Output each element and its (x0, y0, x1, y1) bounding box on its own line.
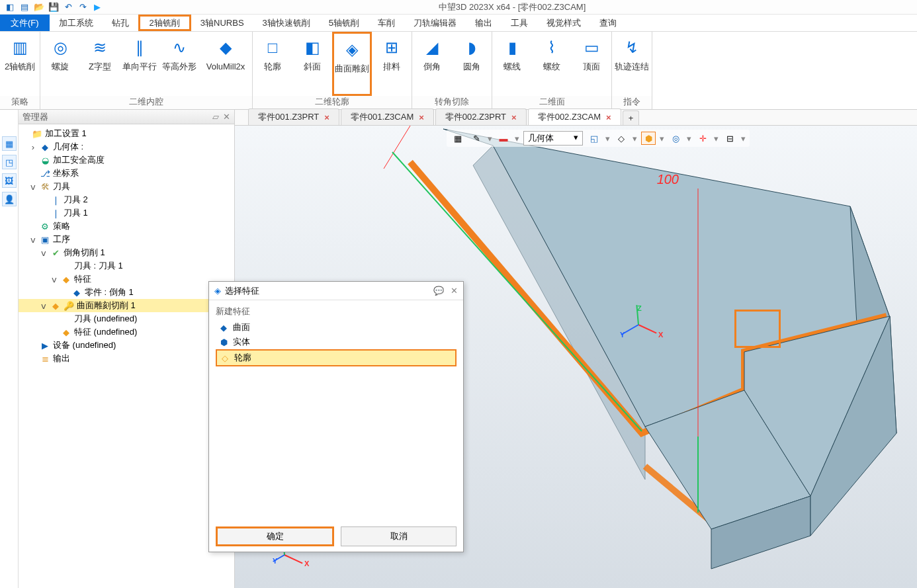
close-icon[interactable]: × (511, 112, 517, 122)
redo-icon[interactable]: ↷ (77, 1, 89, 13)
open-icon[interactable]: 📂 (33, 1, 45, 13)
target-icon[interactable]: ◎ (668, 132, 683, 145)
menu-tab-10[interactable]: 视觉样式 (537, 15, 590, 31)
ribbon-btn-二维内腔-3[interactable]: ∿等高外形 (159, 32, 199, 96)
user-icon[interactable]: 👤 (2, 192, 17, 206)
cancel-button[interactable]: 取消 (341, 526, 457, 546)
wire-icon[interactable]: ◇ (614, 132, 629, 145)
menu-tab-1[interactable]: 钻孔 (103, 15, 138, 31)
ribbon-btn-二维面-1[interactable]: ⌇螺纹 (532, 32, 572, 96)
tree-item-3[interactable]: ⎇坐标系 (19, 167, 234, 180)
tree-item-17[interactable]: ≣输出 (19, 352, 234, 365)
ribbon-btn-二维内腔-1[interactable]: ≋Z字型 (80, 32, 120, 96)
app-icon[interactable]: ◧ (4, 1, 16, 13)
tree-item-6[interactable]: ❘刀具 1 (19, 206, 234, 220)
pen-icon[interactable]: ✎ (469, 132, 484, 145)
tree-item-13[interactable]: ⅴ◆🔑曲面雕刻切削 1 (19, 299, 234, 312)
ribbon-btn-二维轮廓-3[interactable]: ⊞排料 (372, 32, 412, 96)
float-icon[interactable]: ▱ (212, 112, 219, 122)
save-icon[interactable]: 💾 (48, 1, 60, 13)
tree-item-0[interactable]: 📁加工设置 1 (19, 127, 234, 140)
menu-tab-3[interactable]: 3轴NURBS (191, 15, 253, 31)
grid-icon[interactable]: ▦ (451, 132, 465, 145)
tree-item-2[interactable]: ◒加工安全高度 (19, 153, 234, 167)
doc-tab-2[interactable]: 零件002.Z3PRT× (435, 108, 527, 125)
doc-tab-0[interactable]: 零件001.Z3PRT× (248, 108, 339, 125)
undo-icon[interactable]: ↶ (62, 1, 74, 13)
tree-item-16[interactable]: ▶设备 (undefined) (19, 339, 234, 352)
box-blue-icon[interactable]: ◱ (587, 132, 601, 145)
tree-twisty-icon[interactable]: ⅴ (40, 301, 48, 311)
tree-node-label: 加工设置 1 (45, 128, 87, 140)
ribbon-btn-二维内腔-2[interactable]: ∥单向平行 (120, 32, 159, 96)
close-icon[interactable]: × (324, 112, 329, 122)
section-icon[interactable]: ⊟ (722, 132, 737, 145)
ribbon-btn-二维面-2[interactable]: ▭顶面 (572, 32, 611, 96)
曲面雕刻-icon: ◈ (340, 38, 364, 62)
menu-tab-8[interactable]: 输出 (466, 15, 502, 31)
menu-tab-6[interactable]: 车削 (369, 15, 404, 31)
排料-icon: ⊞ (380, 36, 404, 60)
tree-item-1[interactable]: ›◆几何体 : (19, 140, 234, 153)
palette-icon[interactable]: ▦ (2, 136, 17, 151)
tree-twisty-icon[interactable]: ⅴ (29, 235, 37, 245)
tree-item-5[interactable]: ❘刀具 2 (19, 193, 234, 206)
dialog-help-icon[interactable]: 💬 (433, 286, 444, 296)
menu-tab-9[interactable]: 工具 (502, 15, 537, 31)
tree-item-10[interactable]: 刀具 : 刀具 1 (19, 259, 234, 273)
filter-select[interactable]: 几何体▾ (523, 131, 583, 146)
ribbon-btn-二维面-0[interactable]: ▮螺线 (492, 32, 532, 96)
crosshair-icon[interactable]: ✛ (695, 132, 710, 145)
menu-tab-4[interactable]: 3轴快速铣削 (253, 15, 320, 31)
feature-item-0[interactable]: ◆曲面 (216, 320, 457, 335)
tree-item-4[interactable]: ⅴ🛠刀具 (19, 180, 234, 193)
ribbon-btn-策略-0[interactable]: ▥2轴铣削 (0, 32, 40, 96)
ok-button[interactable]: 确定 (216, 526, 334, 546)
tree-twisty-icon[interactable]: ⅴ (40, 248, 48, 258)
doc-tab-1[interactable]: 零件001.Z3CAM× (341, 108, 434, 125)
tree-item-12[interactable]: ◆零件 : 倒角 1 (19, 286, 234, 299)
ribbon-btn-二维内腔-0[interactable]: ◎螺旋 (40, 32, 80, 96)
close-icon[interactable]: × (419, 112, 424, 122)
run-icon[interactable]: ▶ (91, 1, 103, 13)
tree-item-7[interactable]: ⚙策略 (19, 220, 234, 233)
dimension-annotation: 100 (657, 172, 679, 187)
close-icon[interactable]: ✕ (223, 112, 230, 122)
ribbon-btn-二维轮廓-0[interactable]: □轮廓 (253, 32, 292, 96)
image-icon[interactable]: 🖼 (2, 173, 17, 188)
dialog-close-icon[interactable]: ✕ (451, 286, 458, 296)
ribbon-btn-二维内腔-4[interactable]: ◆VoluMill2x (199, 32, 252, 96)
doc-tab-3[interactable]: 零件002.Z3CAM× (528, 108, 621, 125)
tree-item-15[interactable]: ◆特征 (undefined) (19, 325, 234, 339)
setup-tree[interactable]: 📁加工设置 1›◆几何体 :◒加工安全高度⎇坐标系ⅴ🛠刀具❘刀具 2❘刀具 1⚙… (19, 124, 234, 588)
cube-icon[interactable]: ◳ (2, 155, 17, 169)
menu-tab-2[interactable]: 2轴铣削 (138, 15, 191, 31)
feature-item-2[interactable]: ◇轮廓 (216, 349, 457, 366)
new-tab-button[interactable]: + (623, 110, 640, 125)
dialog-titlebar[interactable]: ◈ 选择特征 💬 ✕ (209, 282, 463, 300)
tree-item-11[interactable]: ⅴ◆特征 (19, 273, 234, 286)
menu-tab-5[interactable]: 5轴铣削 (320, 15, 369, 31)
tree-item-9[interactable]: ⅴ✔倒角切削 1 (19, 246, 234, 259)
tree-item-14[interactable]: 刀具 (undefined) (19, 312, 234, 325)
tree-item-8[interactable]: ⅴ▣工序 (19, 233, 234, 246)
file-menu-button[interactable]: 文件(F) (0, 15, 50, 31)
tree-twisty-icon[interactable]: ⅴ (29, 182, 37, 192)
feature-item-1[interactable]: ⬢实体 (216, 335, 457, 349)
new-icon[interactable]: ▤ (19, 1, 30, 13)
feature-list[interactable]: ◆曲面⬢实体◇轮廓 (216, 320, 457, 366)
menu-tab-0[interactable]: 加工系统 (50, 15, 103, 31)
close-icon[interactable]: × (606, 112, 611, 122)
ribbon-btn-转角切除-1[interactable]: ◗圆角 (452, 32, 492, 96)
ribbon-btn-指令-0[interactable]: ↯轨迹连结 (612, 32, 652, 96)
menu-tab-7[interactable]: 刀轨编辑器 (404, 15, 466, 31)
ribbon-btn-二维轮廓-1[interactable]: ◧斜面 (292, 32, 332, 96)
tree-node-label: 刀具 : 刀具 1 (74, 260, 123, 272)
tree-twisty-icon[interactable]: › (29, 142, 37, 152)
menu-tab-11[interactable]: 查询 (590, 15, 626, 31)
ribbon-btn-转角切除-0[interactable]: ◢倒角 (412, 32, 452, 96)
tree-twisty-icon[interactable]: ⅴ (50, 274, 58, 284)
shade-icon[interactable]: ⬢ (641, 132, 656, 145)
color-icon[interactable]: ▬ (496, 132, 511, 145)
ribbon-btn-二维轮廓-2[interactable]: ◈曲面雕刻 (332, 32, 372, 96)
